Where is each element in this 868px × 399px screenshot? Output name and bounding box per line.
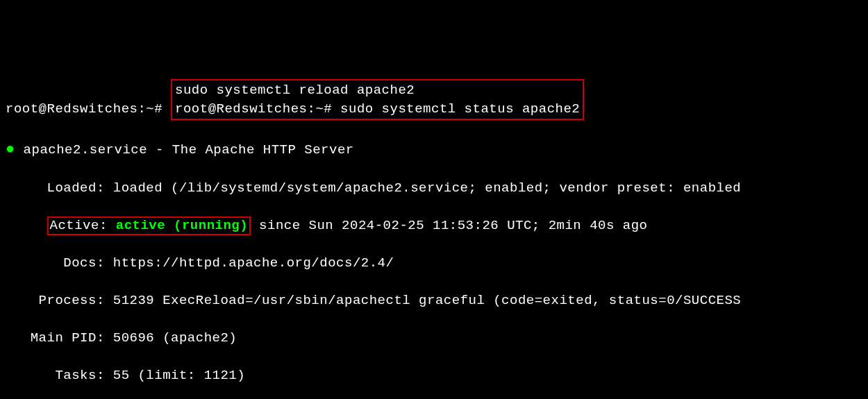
docs-line: Docs: https://httpd.apache.org/docs/2.4/ bbox=[6, 254, 862, 273]
service-name: apache2.service - The Apache HTTP Server bbox=[15, 142, 354, 158]
mainpid-line: Main PID: 50696 (apache2) bbox=[6, 329, 862, 348]
active-since: since Sun 2024-02-25 11:53:26 UTC; 2min … bbox=[251, 218, 647, 233]
service-header: ● apache2.service - The Apache HTTP Serv… bbox=[6, 139, 862, 160]
active-indent bbox=[6, 218, 47, 233]
tasks-line: Tasks: 55 (limit: 1121) bbox=[6, 366, 862, 385]
command-2: sudo systemctl status apache2 bbox=[340, 101, 580, 117]
active-label: Active: bbox=[50, 218, 116, 233]
active-line: Active: active (running) since Sun 2024-… bbox=[6, 217, 862, 235]
cmd-line-1: root@Redswitches:~# sudo systemctl reloa… bbox=[6, 79, 862, 120]
active-state: active (running) bbox=[116, 218, 248, 233]
loaded-line: Loaded: loaded (/lib/systemd/system/apac… bbox=[6, 179, 862, 198]
prompt-2: root@Redswitches:~# bbox=[175, 101, 340, 117]
process-line: Process: 51239 ExecReload=/usr/sbin/apac… bbox=[6, 291, 862, 310]
highlight-active: Active: active (running) bbox=[47, 217, 251, 235]
highlight-commands: sudo systemctl reload apache2 root@Redsw… bbox=[171, 79, 584, 120]
prompt-1: root@Redswitches:~# bbox=[6, 101, 171, 117]
status-dot-icon: ● bbox=[6, 141, 15, 158]
command-1: sudo systemctl reload apache2 bbox=[175, 83, 415, 98]
